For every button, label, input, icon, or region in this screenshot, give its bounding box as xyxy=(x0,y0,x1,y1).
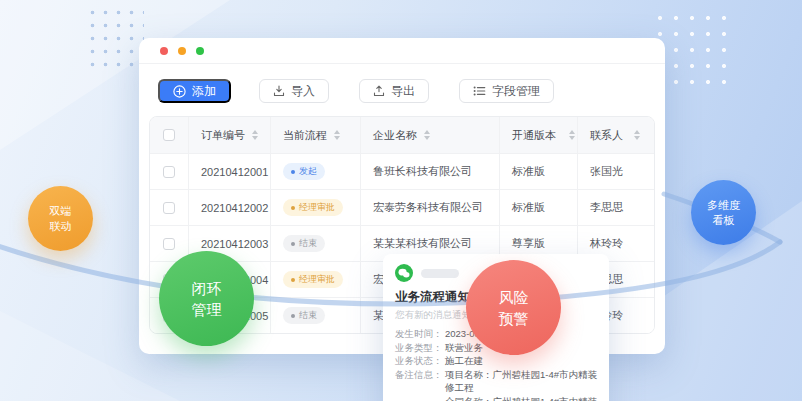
header-checkbox-cell xyxy=(150,117,188,153)
version-cell: 标准版 xyxy=(499,154,577,189)
export-icon xyxy=(373,85,385,97)
sort-icon[interactable] xyxy=(569,130,575,140)
import-icon xyxy=(273,85,285,97)
company-cell: 宏泰劳务科技有限公司 xyxy=(360,190,499,225)
toolbar: 添加 导入 导出 字段管理 xyxy=(139,64,665,114)
flow-status-badge: 结束 xyxy=(283,235,325,252)
order-number-cell: 20210412001 xyxy=(188,154,270,189)
page-background: 添加 导入 导出 字段管理 xyxy=(0,0,802,401)
version-cell: 标准版 xyxy=(499,190,577,225)
notification-source-placeholder xyxy=(421,269,459,278)
select-all-checkbox[interactable] xyxy=(163,129,175,141)
sort-icon[interactable] xyxy=(424,130,430,140)
table-row: 20210412002 经理审批 宏泰劳务科技有限公司 标准版 李思思 xyxy=(150,189,654,225)
window-minimize-icon[interactable] xyxy=(178,47,186,55)
table-row: 20210412001 发起 鲁班长科技有限公司 标准版 张国光 xyxy=(150,153,654,189)
notification-field-continuation: 合同名称：广州碧桂园1-4#市内精装修工程龙骨采购合同 xyxy=(395,395,597,401)
add-button-label: 添加 xyxy=(192,83,216,100)
feature-bubble-risk-warning: 风险 预警 xyxy=(466,260,561,355)
header-company-name[interactable]: 企业名称 xyxy=(360,117,499,153)
export-button-label: 导出 xyxy=(391,83,415,100)
table-header-row: 订单编号 当前流程 企业名称 开通版本 联系人 xyxy=(150,117,654,153)
field-management-button[interactable]: 字段管理 xyxy=(459,79,554,103)
add-button[interactable]: 添加 xyxy=(158,79,231,103)
window-titlebar xyxy=(139,38,665,64)
flow-status-badge: 经理审批 xyxy=(283,271,343,288)
list-icon xyxy=(473,85,486,97)
header-version[interactable]: 开通版本 xyxy=(499,117,577,153)
row-checkbox[interactable] xyxy=(163,166,175,178)
contact-cell: 李思思 xyxy=(577,190,654,225)
wechat-icon xyxy=(395,264,413,282)
row-checkbox[interactable] xyxy=(163,238,175,250)
notification-field: 业务状态： 施工在建 xyxy=(395,354,597,368)
sort-icon[interactable] xyxy=(634,130,640,140)
sort-icon[interactable] xyxy=(334,130,340,140)
export-button[interactable]: 导出 xyxy=(359,79,429,103)
dot-grid-top-left xyxy=(86,6,144,72)
feature-bubble-dual-linkage: 双端 联动 xyxy=(28,186,93,251)
plus-circle-icon xyxy=(173,85,186,98)
sort-icon[interactable] xyxy=(252,130,258,140)
header-contact[interactable]: 联系人 xyxy=(577,117,654,153)
window-maximize-icon[interactable] xyxy=(196,47,204,55)
feature-bubble-closed-loop: 闭环 管理 xyxy=(159,251,254,346)
window-close-icon[interactable] xyxy=(160,47,168,55)
order-number-cell: 20210412002 xyxy=(188,190,270,225)
field-management-button-label: 字段管理 xyxy=(492,83,540,100)
notification-field: 备注信息： 项目名称：广州碧桂园1-4#市内精装修工程 xyxy=(395,368,597,395)
feature-bubble-kanban: 多维度 看板 xyxy=(691,180,756,245)
import-button[interactable]: 导入 xyxy=(259,79,329,103)
header-order-number[interactable]: 订单编号 xyxy=(188,117,270,153)
company-cell: 鲁班长科技有限公司 xyxy=(360,154,499,189)
flow-status-badge: 发起 xyxy=(283,163,325,180)
flow-status-badge: 结束 xyxy=(283,307,325,324)
contact-cell: 张国光 xyxy=(577,154,654,189)
header-current-flow[interactable]: 当前流程 xyxy=(270,117,360,153)
row-checkbox[interactable] xyxy=(163,202,175,214)
flow-status-badge: 经理审批 xyxy=(283,199,343,216)
import-button-label: 导入 xyxy=(291,83,315,100)
